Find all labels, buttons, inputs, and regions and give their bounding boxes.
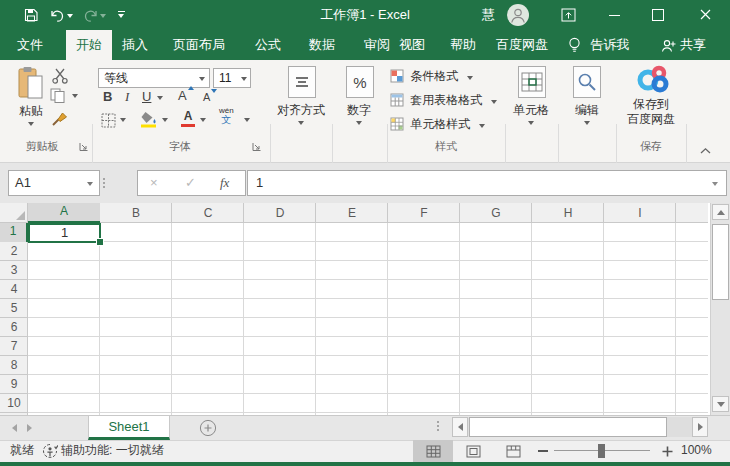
minimize-button[interactable]: [603, 7, 625, 23]
row-header[interactable]: 3: [0, 261, 28, 280]
row-header[interactable]: 8: [0, 356, 28, 375]
cut-button[interactable]: [52, 68, 69, 87]
cells-area[interactable]: [28, 223, 708, 415]
sheet-tab-sheet1[interactable]: Sheet1: [88, 416, 170, 440]
new-sheet-button[interactable]: [199, 419, 217, 440]
scroll-right-button[interactable]: [692, 417, 708, 437]
bold-button[interactable]: B: [103, 89, 112, 104]
tabbar-splitter[interactable]: [437, 421, 439, 431]
save-to-baidu-button[interactable]: 保存到 百度网盘: [616, 62, 686, 140]
decrease-font-size-button[interactable]: A: [203, 90, 210, 104]
share-button[interactable]: [661, 39, 676, 56]
save-button[interactable]: [24, 8, 38, 25]
cells-button[interactable]: 单元格: [505, 64, 558, 140]
tab-help[interactable]: 帮助: [450, 30, 476, 60]
enter-button[interactable]: ✓: [185, 171, 196, 195]
formula-input[interactable]: 1: [247, 170, 727, 196]
phonetic-dropdown[interactable]: [244, 118, 250, 122]
tell-me-button[interactable]: [568, 37, 581, 57]
ribbon-display-options-button[interactable]: [561, 8, 576, 25]
font-dialog-launcher[interactable]: [252, 141, 262, 155]
column-header[interactable]: H: [532, 203, 604, 223]
alignment-button[interactable]: 对齐方式: [270, 64, 332, 140]
tab-insert[interactable]: 插入: [122, 30, 148, 60]
tab-baidu-netdisk[interactable]: 百度网盘: [496, 30, 548, 60]
name-box-splitter[interactable]: [103, 178, 105, 188]
tell-me-label[interactable]: 告诉我: [591, 30, 630, 60]
horizontal-scrollbar-thumb[interactable]: [469, 417, 667, 437]
tab-review[interactable]: 审阅: [364, 30, 390, 60]
row-header[interactable]: 7: [0, 337, 28, 356]
underline-button[interactable]: U: [142, 89, 151, 104]
copy-dropdown[interactable]: [72, 94, 78, 98]
redo-button[interactable]: [84, 9, 98, 25]
column-header[interactable]: F: [388, 203, 460, 223]
undo-dropdown[interactable]: [67, 14, 73, 18]
conditional-formatting-button[interactable]: 条件格式: [390, 68, 473, 84]
fill-color-button[interactable]: [140, 111, 158, 131]
tab-formulas[interactable]: 公式: [255, 30, 281, 60]
vertical-scrollbar-thumb[interactable]: [712, 224, 729, 300]
number-button[interactable]: % 数字: [332, 64, 387, 140]
clipboard-dialog-launcher[interactable]: [79, 141, 89, 155]
qat-customize-button[interactable]: [118, 11, 125, 18]
view-normal-button[interactable]: [413, 440, 453, 462]
zoom-slider-thumb[interactable]: [598, 444, 605, 458]
font-size-combo[interactable]: 11: [213, 68, 251, 88]
tab-data[interactable]: 数据: [309, 30, 335, 60]
share-label[interactable]: 共享: [680, 30, 706, 60]
scroll-left-button[interactable]: [452, 417, 468, 437]
format-painter-button[interactable]: [51, 110, 69, 130]
insert-function-button[interactable]: fx: [220, 171, 229, 195]
column-header[interactable]: G: [460, 203, 532, 223]
maximize-button[interactable]: [652, 9, 664, 21]
tab-view[interactable]: 视图: [399, 30, 425, 60]
row-header[interactable]: 10: [0, 394, 28, 413]
tab-home[interactable]: 开始: [76, 30, 102, 60]
cell-styles-button[interactable]: 单元格样式: [390, 116, 485, 132]
row-header[interactable]: 5: [0, 299, 28, 318]
italic-button[interactable]: I: [125, 89, 129, 105]
cancel-button[interactable]: ×: [150, 171, 158, 195]
increase-font-size-button[interactable]: A: [178, 88, 187, 103]
format-as-table-button[interactable]: 套用表格格式: [390, 92, 497, 108]
font-color-button[interactable]: A: [181, 109, 195, 127]
redo-dropdown[interactable]: [100, 14, 106, 18]
sheet-nav-right-icon[interactable]: [27, 424, 32, 432]
collapse-ribbon-button[interactable]: [699, 144, 712, 158]
column-header[interactable]: C: [172, 203, 244, 223]
editing-button[interactable]: 编辑: [558, 64, 616, 140]
zoom-in-button[interactable]: [662, 446, 673, 460]
row-header[interactable]: 9: [0, 375, 28, 394]
scroll-up-button[interactable]: [712, 204, 729, 220]
undo-button[interactable]: [50, 9, 64, 25]
column-header[interactable]: B: [100, 203, 172, 223]
phonetic-guide-button[interactable]: wén 文: [219, 107, 234, 125]
copy-button[interactable]: [50, 88, 67, 107]
font-name-combo[interactable]: 等线: [98, 68, 210, 88]
borders-button[interactable]: [101, 113, 116, 131]
tab-page-layout[interactable]: 页面布局: [173, 30, 225, 60]
row-header-1-selected[interactable]: 1: [0, 223, 28, 242]
zoom-out-button[interactable]: [538, 450, 548, 452]
row-header[interactable]: 2: [0, 242, 28, 261]
close-button[interactable]: [699, 8, 712, 24]
sheet-nav-left-icon[interactable]: [12, 424, 17, 432]
select-all-button[interactable]: [0, 203, 28, 223]
underline-dropdown[interactable]: [157, 96, 163, 100]
fill-color-dropdown[interactable]: [162, 118, 168, 122]
column-header-A-selected[interactable]: A: [28, 203, 100, 223]
active-cell-A1[interactable]: 1: [28, 223, 101, 243]
column-header[interactable]: E: [316, 203, 388, 223]
name-box[interactable]: A1: [8, 170, 100, 196]
font-color-dropdown[interactable]: [200, 118, 206, 122]
tab-file[interactable]: 文件: [17, 30, 43, 60]
column-header[interactable]: I: [604, 203, 676, 223]
scroll-down-button[interactable]: [712, 396, 729, 412]
view-page-layout-button[interactable]: [453, 440, 493, 462]
column-header[interactable]: D: [244, 203, 316, 223]
view-page-break-button[interactable]: [493, 440, 533, 462]
account-button[interactable]: [507, 4, 529, 29]
borders-dropdown[interactable]: [120, 118, 126, 122]
fill-handle[interactable]: [96, 238, 104, 246]
